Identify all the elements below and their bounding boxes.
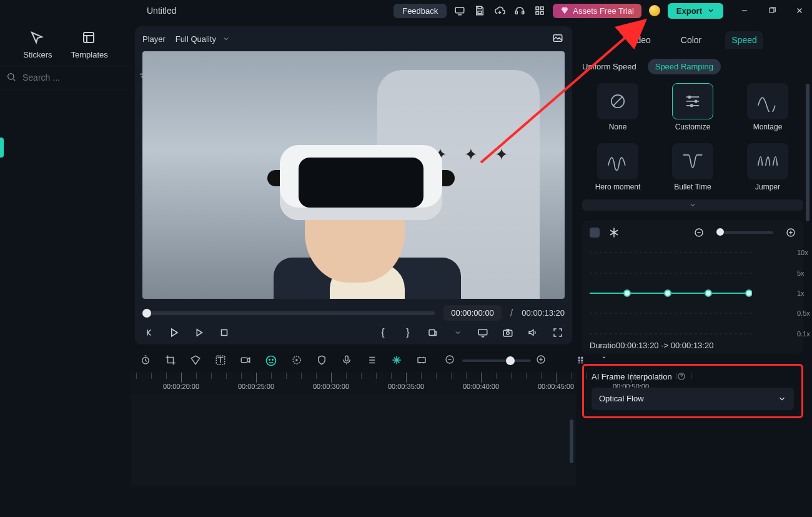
gem-icon [560, 6, 569, 15]
graph-zoom-out-icon[interactable] [694, 228, 704, 238]
window-close-button[interactable] [793, 4, 806, 17]
graph-zoom-slider[interactable] [716, 231, 773, 234]
svg-rect-4 [536, 7, 539, 10]
preset-customize[interactable]: Customize [664, 83, 721, 132]
grid-icon[interactable] [533, 4, 547, 18]
zoom-in-icon[interactable] [536, 354, 548, 367]
graph-marker-toggle[interactable] [590, 228, 600, 238]
timer-icon[interactable] [140, 354, 151, 367]
svg-rect-27 [345, 356, 349, 361]
graph-ylabel: 0.1x [797, 330, 810, 338]
chevron-down-icon[interactable] [451, 326, 465, 339]
window-maximize-button[interactable] [766, 4, 778, 17]
mark-out-icon[interactable]: } [401, 326, 415, 339]
video-preview[interactable]: ✦ ✦ ✦ [142, 51, 565, 299]
tab-video[interactable]: Video [622, 31, 657, 49]
preset-label: Bullet Time [674, 183, 711, 192]
chevron-down-icon [778, 394, 786, 403]
player-panel: Player Full Quality ✦ ✦ ✦ 00:00:00:00 [135, 26, 572, 344]
ai-title: AI Frame Interpolation [592, 372, 672, 381]
search-input[interactable] [21, 72, 133, 83]
timeline-ruler[interactable]: 00:00:20:0000:00:25:0000:00:30:0000:00:3… [131, 372, 576, 394]
timeline-tracks[interactable] [131, 394, 576, 486]
search-row [0, 66, 131, 89]
selected-category-indicator [0, 138, 4, 158]
preset-jumper[interactable]: Jumper [739, 143, 796, 192]
timeline: 00:00:20:0000:00:25:0000:00:30:0000:00:3… [131, 349, 576, 486]
svg-point-49 [665, 290, 671, 296]
loop-icon[interactable] [426, 326, 440, 339]
timeline-scrollbar[interactable] [570, 419, 573, 463]
face-icon[interactable] [265, 354, 277, 367]
svg-rect-6 [536, 12, 539, 15]
snapshot-icon[interactable] [501, 326, 515, 339]
zoom-out-icon[interactable] [445, 354, 457, 367]
window-minimize-button[interactable] [738, 4, 751, 17]
speed-graph-card: 10x 5x 1x 0.5x 0.1x Duratio00:00:13:20 -… [582, 221, 803, 354]
volume-icon[interactable] [526, 326, 540, 339]
preset-hero[interactable]: Hero moment [589, 143, 646, 192]
preset-label: Customize [675, 123, 711, 132]
timecode-current[interactable]: 00:00:00:00 [443, 305, 502, 321]
tab-color[interactable]: Color [675, 31, 708, 49]
zoom-slider[interactable] [462, 359, 531, 362]
preset-label: Jumper [755, 183, 780, 192]
preset-label: None [609, 123, 627, 132]
subtab-ramping[interactable]: Speed Ramping [648, 59, 721, 74]
preset-none[interactable]: None [589, 83, 646, 132]
inspector-scrollbar[interactable] [806, 84, 810, 221]
title-bar: Untitled Feedback Assets Free Trial Expo… [0, 0, 812, 21]
cloud-download-icon[interactable] [493, 4, 507, 18]
play-icon[interactable] [167, 326, 181, 339]
scope-icon[interactable] [552, 33, 565, 45]
device-icon[interactable] [453, 4, 467, 18]
scrub-knob[interactable] [142, 309, 151, 318]
list-icon[interactable] [366, 354, 377, 367]
assets-free-trial-button[interactable]: Assets Free Trial [553, 4, 641, 18]
svg-rect-2 [516, 11, 518, 14]
graph-zoom-knob[interactable] [716, 228, 724, 236]
quality-dropdown[interactable]: Full Quality [176, 34, 230, 44]
export-button[interactable]: Export [668, 3, 723, 19]
subtab-uniform[interactable]: Uniform Speed [582, 62, 636, 71]
tab-speed[interactable]: Speed [725, 31, 763, 49]
graph-zoom-in-icon[interactable] [786, 228, 796, 238]
svg-point-24 [269, 359, 270, 361]
zoom-knob[interactable] [506, 356, 515, 365]
camera-record-icon[interactable] [240, 354, 251, 367]
inspector: Video Color Speed Uniform Speed Speed Ra… [576, 21, 812, 517]
mark-in-icon[interactable]: { [376, 326, 390, 339]
crop-icon[interactable] [165, 354, 176, 367]
feedback-button[interactable]: Feedback [394, 4, 447, 18]
mask-icon[interactable] [190, 354, 201, 367]
spark-icon[interactable] [391, 354, 402, 367]
snowflake-icon[interactable] [608, 227, 620, 238]
display-icon[interactable] [476, 326, 490, 339]
help-icon[interactable] [677, 372, 686, 381]
preset-bullet[interactable]: Bullet Time [664, 143, 721, 192]
ruler-label: 00:00:40:00 [463, 383, 499, 390]
svg-rect-9 [84, 33, 94, 43]
graph-ylabel: 1x [797, 289, 805, 297]
sidebar-tab-templates[interactable]: Templates [71, 30, 107, 59]
sidebar-tab-stickers[interactable]: Stickers [23, 30, 52, 59]
aspect-icon[interactable] [416, 354, 427, 367]
headset-icon[interactable] [513, 4, 527, 18]
ai-select-value: Optical Flow [599, 394, 644, 403]
preset-label: Hero moment [595, 183, 641, 192]
coin-icon[interactable] [648, 4, 661, 18]
save-icon[interactable] [473, 4, 487, 18]
speed-graph[interactable]: 10x 5x 1x 0.5x 0.1x [590, 243, 796, 337]
presets-expand[interactable] [582, 199, 803, 211]
step-back-icon[interactable] [142, 326, 156, 339]
text-icon[interactable] [215, 354, 226, 367]
shield-icon[interactable] [316, 354, 327, 367]
motion-icon[interactable] [291, 354, 302, 367]
mic-icon[interactable] [341, 354, 352, 367]
play-forward-icon[interactable] [192, 326, 206, 339]
ai-interpolation-select[interactable]: Optical Flow [592, 388, 794, 410]
scrub-track[interactable] [142, 311, 435, 315]
fullscreen-icon[interactable] [551, 326, 565, 339]
preset-montage[interactable]: Montage [739, 83, 796, 132]
stop-icon[interactable] [217, 326, 231, 339]
